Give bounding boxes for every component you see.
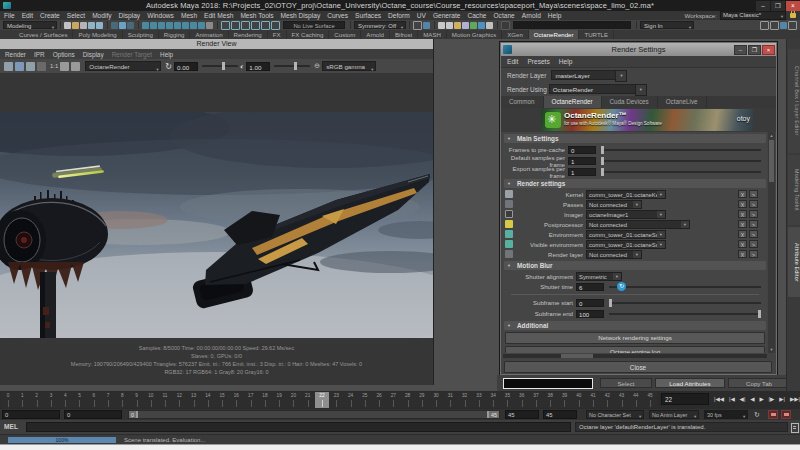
timeline-ruler[interactable]: 0123456789101112131415161718192021222324… [1, 392, 657, 408]
construction-history-icon[interactable] [271, 21, 280, 30]
shelf-tab[interactable]: Custom [329, 30, 361, 39]
subframe-end-field[interactable]: 100 [576, 310, 604, 318]
timeline-tick[interactable]: 26 [372, 392, 386, 408]
menubar-item[interactable]: Windows [147, 12, 174, 19]
workspace-toggle-icon[interactable] [423, 22, 430, 29]
layout-four-pane-icon[interactable] [770, 21, 779, 30]
timeline-tick[interactable]: 13 [186, 392, 200, 408]
current-frame-field[interactable]: 22 [661, 393, 709, 405]
disconnect-button[interactable]: X [738, 240, 747, 248]
subframe-start-slider[interactable] [609, 302, 761, 304]
step-forward-key-icon[interactable]: ▶| [779, 392, 785, 407]
menubar-item[interactable]: Help [548, 12, 562, 19]
timeline-tick[interactable]: 31 [443, 392, 457, 408]
render-settings-menu-item[interactable]: Edit [507, 58, 518, 65]
shelf-tab[interactable]: Animation [190, 30, 228, 39]
animation-start-field[interactable]: 0 [2, 410, 60, 419]
close-button[interactable]: × [786, 1, 800, 11]
render-region-icon[interactable] [37, 62, 46, 71]
step-forward-frame-icon[interactable]: |▶ [769, 392, 775, 407]
setting-value-field[interactable]: 1 [568, 157, 596, 165]
section-motion-blur[interactable]: Motion Blur [504, 261, 766, 270]
menubar-item[interactable]: Modify [92, 12, 111, 19]
timeline-tick[interactable]: 5 [72, 392, 86, 408]
render-settings-tab[interactable]: OctaneLive [658, 96, 707, 108]
snap-grid-icon[interactable] [142, 22, 149, 29]
maximize-button[interactable]: ❐ [771, 1, 785, 11]
range-start-handle[interactable]: 0 [129, 411, 138, 418]
render-view-menu-item[interactable]: Options [53, 51, 75, 58]
playback-end-field[interactable]: 45 [505, 410, 539, 419]
render-layer-dropdown[interactable]: masterLayer▼ [551, 70, 617, 80]
open-node-button[interactable]: > [749, 190, 758, 198]
snap-magnet-icon[interactable] [190, 22, 197, 29]
animation-preferences-icon[interactable] [781, 410, 791, 419]
close-render-settings-button[interactable]: Close [504, 361, 772, 373]
timeline-tick[interactable]: 16 [229, 392, 243, 408]
scroll-down-icon[interactable]: ▼ [768, 346, 775, 353]
close-icon[interactable]: × [762, 45, 775, 55]
timeline-tick[interactable]: 11 [158, 392, 172, 408]
timeline-tick[interactable]: 4 [58, 392, 72, 408]
menubar-item[interactable]: Edit Mesh [204, 12, 233, 19]
shutter-time-slider[interactable]: ↻ [609, 286, 761, 288]
animated-value-icon[interactable]: ↻ [617, 282, 626, 291]
timeline-tick[interactable]: 2 [30, 392, 44, 408]
setting-value-field[interactable]: 1 [568, 168, 596, 176]
render-settings-tab[interactable]: Cuda Devices [602, 96, 658, 108]
render-view-menu-item[interactable]: Help [160, 51, 173, 58]
character-set-dropdown[interactable]: No Character Set▼ [586, 410, 644, 419]
render-settings-tab[interactable]: Common [501, 96, 544, 108]
open-node-button[interactable]: > [749, 230, 758, 238]
render-settings-icon[interactable] [462, 22, 469, 29]
postprocessor-dropdown[interactable]: Not connected▼ [586, 220, 690, 229]
section-additional[interactable]: Additional [504, 321, 766, 330]
render-settings-menu-item[interactable]: Presets [527, 58, 549, 65]
timeline-tick[interactable]: 10 [144, 392, 158, 408]
shelf-tab[interactable]: Arnold [361, 30, 390, 39]
menu-set-dropdown[interactable]: Modeling▼ [3, 21, 57, 29]
shelf-tab[interactable]: Bifrost [390, 30, 418, 39]
sign-in-dropdown[interactable]: Sign In▼ [640, 21, 694, 29]
shelf-tab[interactable]: Rigging [159, 30, 191, 39]
disconnect-button[interactable]: X [738, 210, 747, 218]
one-to-one-icon[interactable]: 1:1 [50, 63, 58, 69]
render-using-dropdown[interactable]: OctaneRender▼ [549, 84, 637, 94]
pause-viewport-icon[interactable] [486, 22, 493, 29]
select-hierarchy-icon[interactable] [111, 22, 118, 29]
menubar-item[interactable]: Edit [22, 12, 33, 19]
imager-dropdown[interactable]: octaneImager1▼ [586, 210, 666, 219]
shelf-tab[interactable]: Sculpting [123, 30, 159, 39]
layout-hypershade-icon[interactable] [788, 21, 797, 30]
timeline-tick[interactable]: 43 [614, 392, 628, 408]
refresh-icon[interactable]: ↻ [165, 62, 172, 71]
command-language-label[interactable]: MEL [4, 423, 18, 430]
shelf-tab[interactable]: Poly Modeling [73, 30, 122, 39]
lock-selection-icon[interactable] [206, 22, 213, 29]
scrollbar-thumb[interactable] [769, 140, 774, 182]
exposure-slider[interactable] [202, 65, 238, 67]
shutter-alignment-dropdown[interactable]: Symmetric▼ [576, 272, 622, 281]
render-view-menu-item[interactable]: Display [83, 51, 104, 58]
make-live-icon[interactable] [182, 22, 189, 29]
script-editor-icon[interactable] [791, 423, 799, 433]
render-view-titlebar[interactable]: Render View [0, 39, 433, 49]
kernel-dropdown[interactable]: comm_tower_01:octaneKernel1▼ [586, 190, 666, 199]
timeline-tick[interactable]: 18 [258, 392, 272, 408]
timeline-tick[interactable]: 23 [329, 392, 343, 408]
horizontal-scrollbar[interactable] [503, 354, 767, 358]
menubar-item[interactable]: Select [67, 12, 85, 19]
fps-dropdown[interactable]: 30 fps▼ [704, 410, 748, 419]
select-button[interactable]: Select [600, 378, 652, 388]
go-to-end-icon[interactable]: ▶▶| [790, 392, 800, 407]
hypershade-icon[interactable] [478, 22, 485, 29]
subframe-end-slider[interactable] [609, 313, 761, 315]
exposure-field[interactable]: 0.00 [174, 62, 198, 71]
open-node-button[interactable]: > [749, 210, 758, 218]
minimize-button[interactable]: – [734, 45, 747, 55]
pivot-icon[interactable] [413, 21, 422, 30]
shutter-time-field[interactable]: 6 [576, 283, 604, 291]
colorspace-dropdown[interactable]: sRGB gamma▼ [322, 61, 376, 71]
auto-keyframe-icon[interactable] [768, 410, 778, 419]
menubar-item[interactable]: Generate [433, 12, 461, 19]
